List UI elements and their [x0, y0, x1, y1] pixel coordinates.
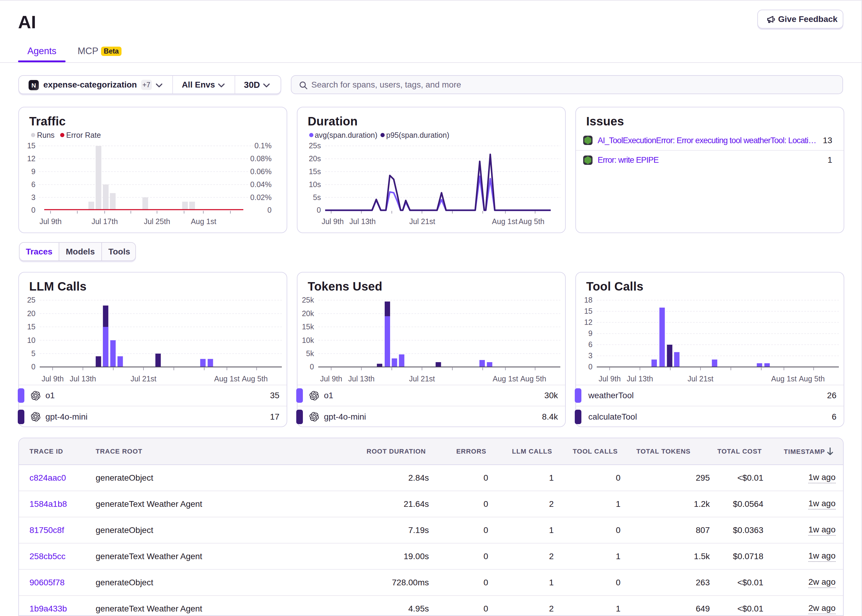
svg-text:Aug 1st: Aug 1st — [493, 374, 518, 383]
svg-text:Jul 13th: Jul 13th — [350, 217, 376, 226]
svg-text:20: 20 — [27, 309, 36, 317]
svg-text:15k: 15k — [302, 322, 314, 331]
svg-text:0: 0 — [31, 363, 36, 371]
svg-text:Aug 5th: Aug 5th — [799, 374, 825, 383]
svg-text:Aug 5th: Aug 5th — [520, 374, 546, 383]
svg-text:Jul 9th: Jul 9th — [598, 374, 621, 383]
svg-text:0: 0 — [317, 206, 321, 214]
svg-text:0.1%: 0.1% — [254, 141, 272, 150]
svg-text:6: 6 — [588, 340, 592, 349]
svg-text:0: 0 — [31, 206, 36, 214]
svg-text:Aug 1st: Aug 1st — [771, 374, 797, 383]
svg-text:0.04%: 0.04% — [250, 180, 272, 189]
svg-text:Jul 13th: Jul 13th — [348, 374, 375, 383]
svg-text:0: 0 — [267, 206, 272, 214]
svg-text:Jul 9th: Jul 9th — [41, 374, 64, 383]
svg-text:Jul 9th: Jul 9th — [322, 217, 344, 226]
svg-text:Jul 9th: Jul 9th — [39, 217, 62, 226]
svg-text:Jul 17th: Jul 17th — [91, 217, 118, 226]
svg-text:Aug 1st: Aug 1st — [492, 217, 518, 226]
svg-text:3: 3 — [31, 193, 36, 201]
svg-text:Jul 21st: Jul 21st — [688, 374, 713, 383]
svg-text:5s: 5s — [313, 193, 321, 201]
svg-text:Jul 9th: Jul 9th — [320, 374, 342, 383]
svg-text:N: N — [31, 82, 36, 89]
svg-text:Jul 13th: Jul 13th — [70, 374, 96, 383]
svg-text:15: 15 — [27, 141, 36, 150]
svg-text:10: 10 — [27, 336, 36, 344]
svg-text:Jul 21st: Jul 21st — [409, 217, 435, 226]
svg-text:Aug 1st: Aug 1st — [191, 217, 216, 226]
svg-text:5k: 5k — [306, 349, 314, 358]
svg-text:20k: 20k — [302, 309, 314, 317]
svg-text:Jul 21st: Jul 21st — [130, 374, 156, 383]
svg-text:5: 5 — [31, 349, 36, 358]
svg-text:9: 9 — [31, 167, 36, 176]
svg-text:Aug 1st: Aug 1st — [214, 374, 240, 383]
svg-text:25: 25 — [27, 295, 36, 304]
svg-text:Aug 5th: Aug 5th — [242, 374, 268, 383]
svg-text:9: 9 — [588, 329, 592, 338]
svg-text:Jul 21st: Jul 21st — [409, 374, 435, 383]
svg-text:Jul 25th: Jul 25th — [144, 217, 170, 226]
svg-text:10k: 10k — [302, 336, 314, 344]
svg-text:Jul 13th: Jul 13th — [627, 374, 653, 383]
svg-text:15: 15 — [27, 322, 36, 331]
svg-text:0.02%: 0.02% — [250, 193, 272, 201]
svg-text:6: 6 — [31, 180, 36, 189]
svg-text:25k: 25k — [302, 295, 314, 304]
svg-text:20s: 20s — [309, 154, 321, 163]
svg-text:12: 12 — [584, 318, 592, 326]
svg-text:0: 0 — [310, 363, 314, 371]
svg-text:0.08%: 0.08% — [250, 154, 272, 163]
svg-text:18: 18 — [584, 295, 592, 304]
svg-text:3: 3 — [588, 351, 592, 360]
svg-text:0: 0 — [588, 363, 592, 371]
svg-text:12: 12 — [27, 154, 36, 163]
svg-text:25s: 25s — [309, 141, 321, 150]
svg-text:15: 15 — [584, 307, 592, 315]
svg-text:10s: 10s — [309, 180, 321, 189]
svg-text:15s: 15s — [309, 167, 321, 176]
svg-text:0.06%: 0.06% — [250, 167, 272, 176]
svg-text:Aug 5th: Aug 5th — [518, 217, 544, 226]
